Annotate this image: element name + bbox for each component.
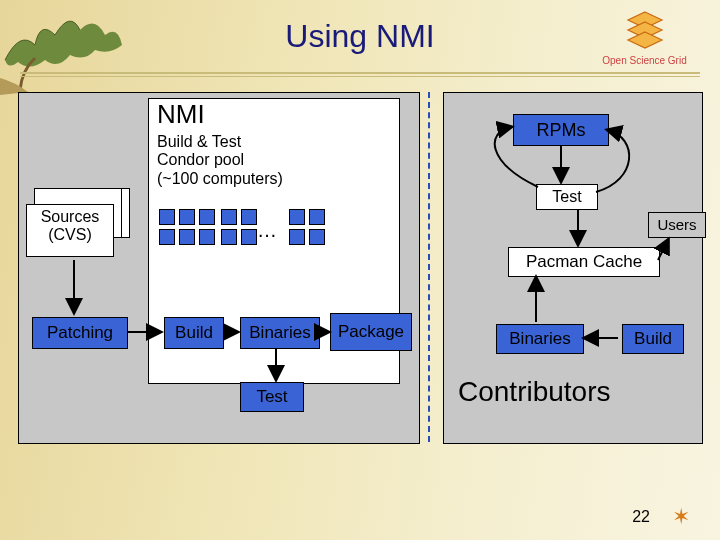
compute-cluster-icon: [157, 207, 217, 247]
condor-pool-text: Build & Test Condor pool (~100 computers…: [157, 133, 283, 188]
package-box: Package: [330, 313, 412, 351]
corner-accent-icon: ✶: [672, 504, 690, 530]
page-number: 22: [632, 508, 650, 526]
test-box: Test: [240, 382, 304, 412]
logo-text: Open Science Grid: [587, 56, 702, 67]
slide: Open Science Grid Using NMI NMI Build & …: [0, 0, 720, 540]
contributors-label: Contributors: [458, 376, 611, 408]
sources-stack: Sources (CVS): [26, 188, 130, 258]
nmi-heading: NMI: [157, 99, 205, 130]
condor-line2: Condor pool: [157, 151, 283, 169]
sources-line2: (CVS): [27, 226, 113, 244]
title-rule-thin: [20, 76, 700, 77]
build-right-box: Build: [622, 324, 684, 354]
binaries-box: Binaries: [240, 317, 320, 349]
sources-line1: Sources: [27, 208, 113, 226]
test-right-box: Test: [536, 184, 598, 210]
pacman-cache-box: Pacman Cache: [508, 247, 660, 277]
patching-box: Patching: [32, 317, 128, 349]
slide-title: Using NMI: [0, 18, 720, 55]
diagram-stage: NMI Build & Test Condor pool (~100 compu…: [18, 92, 702, 482]
vertical-divider: [428, 92, 430, 442]
title-rule: [20, 72, 700, 74]
ellipsis: …: [257, 219, 277, 242]
build-box: Build: [164, 317, 224, 349]
condor-line3: (~100 computers): [157, 170, 283, 188]
compute-cluster-icon: [219, 207, 259, 247]
source-card-front: Sources (CVS): [26, 204, 114, 257]
condor-line1: Build & Test: [157, 133, 283, 151]
binaries-right-box: Binaries: [496, 324, 584, 354]
users-box: Users: [648, 212, 706, 238]
rpms-box: RPMs: [513, 114, 609, 146]
compute-cluster-icon: [287, 207, 327, 247]
